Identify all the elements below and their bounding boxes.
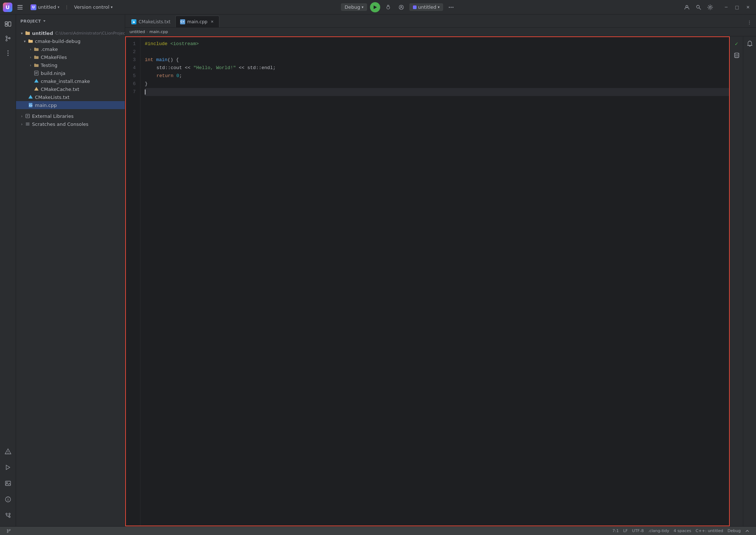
close-button[interactable]: ✕ [743,2,753,12]
cursor-position: 7:1 [612,528,619,533]
tree-item-cmakefiles[interactable]: › CMakeFiles [16,53,125,61]
tree-item-root[interactable]: ▾ untitled C:\Users\Administrator\CLionP… [16,29,125,37]
line-ending: LF [623,528,628,533]
activity-project-icon[interactable] [1,17,15,31]
project-folder-icon [25,30,31,36]
more-actions-button[interactable] [446,2,456,12]
database-icon[interactable] [732,51,741,60]
cmake-folder-label: .cmake [41,47,58,52]
activity-bottom [1,445,15,523]
debug-config-selector[interactable]: Debug ▾ [341,3,367,11]
maximize-button[interactable]: □ [732,2,742,12]
breadcrumb-project[interactable]: untitled [130,29,145,34]
run-target-chevron-icon: ▾ [438,5,439,9]
activity-info-icon[interactable] [1,493,15,506]
code-line-2 [145,48,729,56]
tree-item-main-cpp[interactable]: › C+ main.cpp [16,101,125,109]
expand-status-icon[interactable] [743,527,752,535]
tree-item-testing[interactable]: › Testing [16,61,125,69]
cmakelists-icon [28,94,33,100]
sidebar-title: Project [20,19,41,24]
language-status[interactable]: C++: untitled [693,527,725,535]
chevron-down-icon: ▾ [22,38,28,44]
root-path: C:\Users\Administrator\CLionProjects\unt… [55,31,125,36]
profile-button[interactable] [396,2,406,12]
breadcrumb-bar: untitled › main.cpp [125,28,756,36]
tree-item-build-ninja[interactable]: › build.ninja [16,69,125,77]
svg-point-36 [9,513,10,515]
close-tab-button[interactable]: ✕ [210,19,215,24]
notification-bell-icon[interactable] [745,39,754,48]
status-bar: 7:1 LF UTF-8 .clang-tidy 4 spaces C++: u… [0,526,756,535]
run-target-selector[interactable]: untitled ▾ [409,3,443,11]
indent-status[interactable]: 4 spaces [672,527,694,535]
svg-point-20 [6,40,7,41]
root-folder-name: untitled [32,31,53,36]
svg-point-11 [453,7,454,8]
main-layout: Project ▾ untitled C:\Users\Administrato… [0,15,756,526]
breadcrumb-file[interactable]: main.cpp [150,29,168,34]
tree-item-cmakelists[interactable]: › CMakeLists.txt [16,93,125,101]
indent: 4 spaces [674,528,692,533]
activity-more-icon[interactable] [1,47,15,60]
svg-line-14 [699,8,701,9]
sidebar-header: Project [16,15,125,28]
minimize-button[interactable]: ─ [721,2,731,12]
tab-main-cpp[interactable]: C+ main.cpp ✕ [175,16,220,27]
run-button[interactable] [370,2,380,12]
svg-point-30 [6,482,7,483]
activity-run-icon[interactable] [1,461,15,474]
titlebar-center: Debug ▾ untitled ▾ [119,2,679,12]
svg-point-56 [735,53,739,54]
svg-point-58 [7,529,8,530]
language: C++: untitled [696,528,723,533]
settings-action-button[interactable] [705,2,715,12]
code-content[interactable]: #include <iostream> ▶ int main() { std::… [140,37,729,526]
code-line-7 [145,88,729,96]
chevron-right-icon: › [28,46,33,52]
git-branch-status[interactable] [4,527,13,535]
tree-item-cmakecache[interactable]: › CMakeCache.txt [16,85,125,93]
encoding-status[interactable]: UTF-8 [630,527,646,535]
cursor-position-status[interactable]: 7:1 [610,527,621,535]
tree-item-scratches[interactable]: › Scratches and Consoles [16,120,125,128]
svg-point-8 [401,6,402,7]
encoding: UTF-8 [632,528,644,533]
profile-action-button[interactable] [682,2,692,12]
tree-item-cmake[interactable]: › .cmake [16,45,125,53]
tab-cmakelists[interactable]: ▲ CMakeLists.txt [127,16,175,27]
svg-point-10 [451,7,452,8]
svg-rect-18 [8,22,11,26]
project-selector[interactable]: U untitled ▾ [28,3,62,11]
debug-config-chevron-icon: ▾ [362,5,363,9]
linter: .clang-tidy [648,528,669,533]
hamburger-menu[interactable] [15,3,25,12]
tree-item-external-libs[interactable]: › External Libraries [16,112,125,120]
tab-more-button[interactable]: ⋮ [744,17,755,27]
vc-label: Version control [74,4,110,10]
status-right: 7:1 LF UTF-8 .clang-tidy 4 spaces C++: u… [610,527,752,535]
config-status[interactable]: Debug [725,527,743,535]
search-action-button[interactable] [693,2,704,12]
folder-testing-icon [33,62,39,68]
svg-marker-3 [374,5,377,9]
line-ending-status[interactable]: LF [621,527,630,535]
activity-warnings-icon[interactable] [1,445,15,458]
main-cpp-tab-label: main.cpp [187,19,208,24]
activity-vcs-icon[interactable] [1,32,15,45]
debug-button[interactable] [383,2,393,12]
svg-point-25 [7,55,8,56]
linter-status[interactable]: .clang-tidy [646,527,671,535]
activity-git-icon[interactable] [1,509,15,522]
code-editor[interactable]: 1 2 3 4 5 6 7 #include <iostream> [125,36,730,526]
project-chevron-icon: ▾ [57,5,59,9]
tree-item-cmake-install[interactable]: › cmake_install.cmake [16,77,125,85]
status-left [4,527,13,535]
version-control-button[interactable]: Version control ▾ [71,3,116,11]
svg-point-34 [6,513,7,515]
checkmark-icon[interactable]: ✓ [732,39,741,48]
activity-image-icon[interactable] [1,477,15,490]
svg-marker-44 [34,79,39,83]
svg-point-33 [8,498,8,499]
tree-item-cmake-build-debug[interactable]: ▾ cmake-build-debug [16,37,125,45]
